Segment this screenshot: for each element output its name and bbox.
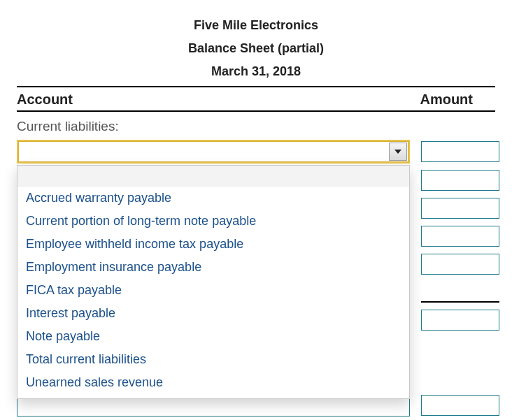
report-date: March 31, 2018 — [17, 60, 495, 83]
report-title: Balance Sheet (partial) — [17, 37, 495, 60]
amount-input[interactable] — [421, 310, 499, 331]
svg-marker-0 — [394, 150, 401, 154]
dropdown-option[interactable]: Interest payable — [17, 302, 409, 325]
dropdown-option[interactable]: Note payable — [17, 325, 409, 348]
balance-sheet-form: Accrued warranty payable Current portion… — [17, 140, 495, 420]
chevron-down-icon[interactable] — [389, 143, 407, 161]
amount-input[interactable] — [421, 226, 499, 247]
section-label-current-liabilities: Current liabilities: — [17, 119, 495, 134]
company-name: Five Mile Electronics — [17, 14, 495, 37]
dropdown-option-blank[interactable] — [17, 166, 409, 187]
amount-input[interactable] — [421, 141, 499, 162]
column-header-amount: Amount — [420, 92, 495, 108]
amount-subtotal-underline[interactable] — [421, 282, 499, 303]
dropdown-option[interactable]: Current portion of long-term note payabl… — [17, 210, 409, 233]
amount-empty — [421, 338, 499, 359]
account-select-active[interactable] — [17, 140, 410, 164]
dropdown-option[interactable]: Total current liabilities — [17, 348, 409, 371]
amount-input[interactable] — [421, 254, 499, 275]
amount-input[interactable] — [421, 170, 499, 191]
account-dropdown[interactable]: Accrued warranty payable Current portion… — [17, 165, 410, 399]
dropdown-option[interactable]: Employee withheld income tax payable — [17, 233, 409, 256]
table-row: Accrued warranty payable Current portion… — [17, 140, 495, 164]
amount-input[interactable] — [421, 395, 499, 416]
columns-divider — [17, 110, 495, 112]
dropdown-option[interactable]: Employment insurance payable — [17, 256, 409, 279]
dropdown-option[interactable]: Accrued warranty payable — [17, 187, 409, 210]
column-header-account: Account — [17, 92, 73, 108]
amount-input[interactable] — [421, 198, 499, 219]
report-header: Five Mile Electronics Balance Sheet (par… — [17, 14, 495, 83]
dropdown-option[interactable]: FICA tax payable — [17, 279, 409, 302]
column-headers: Account Amount — [17, 87, 495, 110]
dropdown-option[interactable]: Unearned sales revenue — [17, 371, 409, 394]
